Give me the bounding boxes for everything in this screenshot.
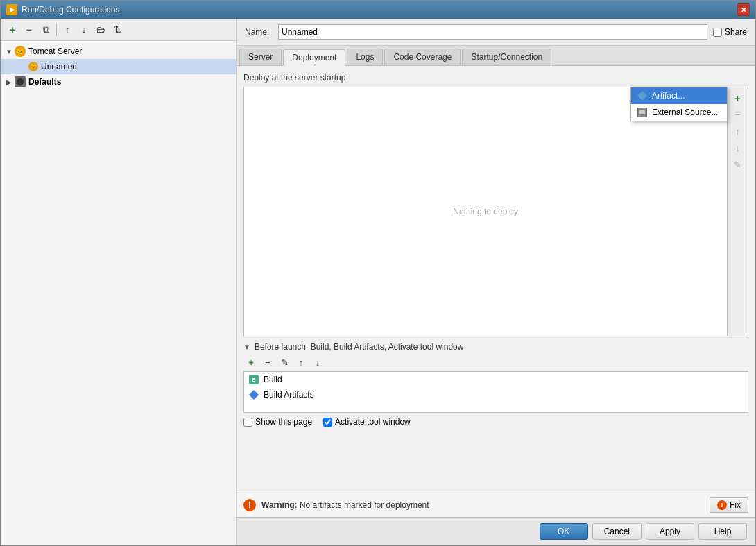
warning-icon: !: [243, 499, 256, 511]
expand-arrow[interactable]: ▼: [3, 48, 15, 56]
artifact-menu-icon: [637, 90, 648, 101]
name-row: Name: Share: [237, 19, 755, 46]
deploy-edit-button[interactable]: ✎: [730, 157, 746, 172]
tree-item-unnamed-label: Unnamed: [41, 62, 77, 71]
folder-button[interactable]: 🗁: [93, 22, 108, 37]
before-launch-header: ▼ Before launch: Build, Build Artifacts,…: [243, 342, 748, 352]
warning-bar: ! Warning: No artifacts marked for deplo…: [237, 493, 755, 517]
ok-button[interactable]: OK: [540, 523, 588, 540]
fix-button[interactable]: ! Fix: [710, 497, 748, 513]
launch-toolbar: + − ✎ ↑ ↓: [243, 355, 748, 370]
close-button[interactable]: ✕: [737, 3, 750, 16]
deploy-list: Nothing to deploy: [243, 87, 728, 336]
activate-tool-label: Activate tool window: [335, 417, 411, 427]
launch-add-button[interactable]: +: [243, 355, 259, 370]
share-row: Share: [713, 27, 747, 37]
tree-item-defaults-label: Defaults: [28, 77, 61, 87]
share-label: Share: [725, 27, 747, 37]
warning-bold-text: Warning:: [261, 500, 298, 510]
external-source-menu-icon: [637, 107, 648, 118]
main-content: + − ⧉ ↑ ↓ 🗁 ⇅: [1, 19, 755, 545]
deploy-toolbar: + − ↑ ↓ ✎: [728, 87, 748, 336]
copy-config-button[interactable]: ⧉: [38, 22, 53, 37]
show-page-checkbox[interactable]: [243, 418, 252, 427]
fix-label: Fix: [730, 500, 741, 510]
launch-item-build-label: Build: [264, 375, 282, 384]
dropdown-external-source-item[interactable]: External Source...: [631, 104, 727, 121]
deploy-empty-message: Nothing to deploy: [244, 87, 727, 336]
activate-tool-checkbox[interactable]: [323, 418, 332, 427]
share-checkbox[interactable]: [713, 28, 722, 37]
tree-item-defaults[interactable]: ▶ Defaults: [1, 74, 236, 89]
tab-code-coverage[interactable]: Code Coverage: [384, 49, 461, 65]
left-panel: + − ⧉ ↑ ↓ 🗁 ⇅: [1, 19, 237, 545]
deploy-remove-button[interactable]: −: [730, 107, 746, 122]
right-panel: Name: Share Server Deployment Logs Code …: [237, 19, 755, 545]
config-tree: ▼ 🐱 Tomcat Server ▶ 🐱 Unnamed: [1, 41, 236, 545]
tab-startup-connection[interactable]: Startup/Connection: [462, 49, 551, 65]
dialog-footer: OK Cancel Apply Help: [237, 517, 755, 545]
dialog-icon: ▶: [6, 4, 17, 15]
help-button[interactable]: Help: [698, 523, 747, 540]
tree-item-unnamed[interactable]: ▶ 🐱 Unnamed: [1, 59, 236, 74]
before-launch-collapse-arrow[interactable]: ▼: [243, 343, 250, 351]
unnamed-tomcat-icon: 🐱: [28, 62, 38, 71]
launch-down-button[interactable]: ↓: [310, 355, 325, 370]
show-page-label: Show this page: [255, 417, 312, 427]
warning-detail-text: No artifacts marked for deployment: [298, 500, 429, 510]
before-launch-section: ▼ Before launch: Build, Build Artifacts,…: [243, 342, 748, 429]
toolbar-separator: [56, 24, 57, 36]
deploy-dropdown: Artifact... External Source...: [630, 87, 728, 121]
bottom-options: Show this page Activate tool window: [243, 413, 748, 429]
tab-server[interactable]: Server: [239, 49, 282, 65]
tree-item-tomcat-server[interactable]: ▼ 🐱 Tomcat Server: [1, 44, 236, 59]
name-input[interactable]: [278, 24, 707, 40]
before-launch-label: Before launch: Build, Build Artifacts, A…: [255, 342, 464, 352]
dialog-title: Run/Debug Configurations: [22, 5, 119, 15]
tabs-row: Server Deployment Logs Code Coverage Sta…: [237, 46, 755, 66]
move-up-button[interactable]: ↑: [60, 22, 75, 37]
build-icon: B: [248, 374, 259, 385]
remove-config-button[interactable]: −: [22, 22, 37, 37]
warning-text: Warning: No artifacts marked for deploym…: [261, 500, 429, 510]
apply-button[interactable]: Apply: [646, 523, 694, 540]
deploy-up-button[interactable]: ↑: [730, 123, 746, 139]
deploy-down-button[interactable]: ↓: [730, 140, 746, 155]
launch-item-build[interactable]: B Build: [244, 372, 748, 387]
sort-button[interactable]: ⇅: [110, 22, 125, 37]
name-label: Name:: [245, 27, 273, 37]
tab-logs[interactable]: Logs: [347, 49, 383, 65]
title-bar: ▶ Run/Debug Configurations ✕: [1, 1, 755, 19]
move-down-button[interactable]: ↓: [76, 22, 92, 37]
tree-item-label: Tomcat Server: [28, 46, 82, 56]
defaults-arrow[interactable]: ▶: [3, 78, 15, 86]
tab-deployment[interactable]: Deployment: [283, 49, 345, 66]
panel-content: Deploy at the server startup Nothing to …: [237, 66, 755, 493]
launch-item-build-artifacts-label: Build Artifacts: [264, 390, 314, 400]
left-toolbar: + − ⧉ ↑ ↓ 🗁 ⇅: [1, 19, 236, 41]
run-debug-dialog: ▶ Run/Debug Configurations ✕ + − ⧉ ↑: [0, 0, 756, 546]
deploy-section-label: Deploy at the server startup: [243, 73, 748, 83]
deploy-area-wrapper: Nothing to deploy + − ↑ ↓ ✎: [243, 87, 748, 336]
show-page-option[interactable]: Show this page: [243, 417, 312, 427]
cancel-button[interactable]: Cancel: [592, 523, 642, 540]
title-bar-left: ▶ Run/Debug Configurations: [6, 4, 119, 15]
launch-remove-button[interactable]: −: [260, 355, 275, 370]
activate-tool-option[interactable]: Activate tool window: [323, 417, 411, 427]
artifact-menu-label: Artifact...: [652, 91, 685, 101]
tomcat-icon: 🐱: [15, 46, 26, 57]
build-artifacts-icon: [248, 389, 259, 400]
external-source-menu-label: External Source...: [652, 108, 718, 117]
add-config-button[interactable]: +: [5, 22, 20, 37]
fix-icon: !: [717, 500, 727, 510]
dropdown-artifact-item[interactable]: Artifact...: [631, 87, 727, 104]
defaults-icon: [15, 76, 26, 87]
deploy-add-button[interactable]: +: [730, 90, 746, 105]
launch-list: B Build Build Artifacts: [243, 371, 748, 413]
launch-item-build-artifacts[interactable]: Build Artifacts: [244, 387, 748, 402]
launch-edit-button[interactable]: ✎: [277, 355, 292, 370]
launch-up-button[interactable]: ↑: [293, 355, 309, 370]
